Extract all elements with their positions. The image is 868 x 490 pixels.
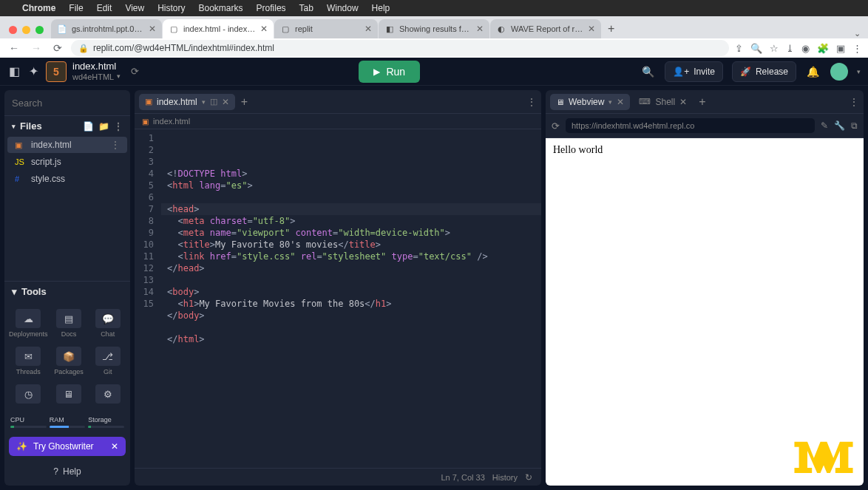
- ghostwriter-button[interactable]: ✨ Try Ghostwriter ✕: [9, 437, 126, 456]
- tool-item[interactable]: ☁Deployments: [7, 304, 50, 342]
- tab-close-icon[interactable]: ✕: [149, 24, 156, 34]
- window-close[interactable]: [9, 26, 17, 34]
- extensions-icon[interactable]: 🧩: [817, 43, 829, 54]
- tool-item[interactable]: ◷: [7, 380, 50, 410]
- menu-icon[interactable]: ⋮: [852, 43, 862, 54]
- nav-back[interactable]: ←: [6, 42, 22, 54]
- account-chevron[interactable]: ▾: [857, 68, 861, 75]
- file-item[interactable]: JSscript.js: [7, 154, 127, 170]
- open-external-icon[interactable]: ⧉: [851, 120, 858, 131]
- browser-tab[interactable]: ▢index.html - index.html - Replit✕: [163, 19, 274, 38]
- tool-item[interactable]: ✉Threads: [7, 342, 50, 380]
- code-line[interactable]: <!DOCTYPE html>: [167, 168, 535, 180]
- sync-icon[interactable]: ⟳: [131, 66, 139, 77]
- reload-icon[interactable]: ⟳: [552, 120, 560, 132]
- new-tab-button[interactable]: +: [602, 22, 620, 38]
- window-minimize[interactable]: [22, 26, 30, 34]
- menu-profiles[interactable]: Profiles: [257, 3, 286, 13]
- files-more-icon[interactable]: ⋮: [114, 121, 123, 132]
- search-input[interactable]: [12, 98, 123, 109]
- code-line[interactable]: </head>: [167, 262, 535, 274]
- tabs-menu-chevron[interactable]: ⌄: [854, 29, 868, 38]
- pane-more-icon[interactable]: ⋮: [849, 96, 859, 108]
- code-editor[interactable]: 123456789101112131415 <!DOCTYPE html><ht…: [135, 129, 541, 468]
- tab-close-icon[interactable]: ✕: [476, 24, 484, 34]
- zoom-icon[interactable]: 🔍: [750, 43, 762, 54]
- browser-tab[interactable]: 📄gs.introhtml.ppt.02.04b - Goo✕: [51, 19, 162, 38]
- add-tab-button[interactable]: +: [238, 95, 251, 109]
- webview-tab[interactable]: 🖥 Webview ▾ ✕: [550, 94, 630, 110]
- sidebar-toggle-icon[interactable]: ◧: [7, 65, 21, 78]
- window-maximize[interactable]: [35, 26, 44, 34]
- code-line[interactable]: <meta name="viewport" content="width=dev…: [167, 227, 535, 239]
- share-icon[interactable]: ⇪: [735, 43, 743, 54]
- profile-icon[interactable]: ◉: [801, 43, 810, 54]
- close-icon[interactable]: ✕: [679, 97, 687, 107]
- code-content[interactable]: <!DOCTYPE html><html lang="es"> <head> <…: [161, 129, 541, 468]
- invite-button[interactable]: 👤+ Invite: [665, 61, 723, 82]
- menubar-app[interactable]: Chrome: [22, 3, 55, 13]
- menu-bookmarks[interactable]: Bookmarks: [199, 3, 243, 13]
- close-icon[interactable]: ✕: [617, 97, 624, 107]
- search-box[interactable]: [4, 90, 130, 116]
- menu-window[interactable]: Window: [327, 3, 359, 13]
- editor-tab-active[interactable]: ▣ index.html ▾ ◫ ✕: [139, 94, 235, 110]
- browser-tab[interactable]: ▢replit✕: [274, 19, 378, 38]
- nav-reload[interactable]: ⟳: [50, 42, 65, 54]
- tool-item[interactable]: ⎇Git: [88, 342, 127, 380]
- files-header[interactable]: ▾ Files 📄 📁 ⋮: [4, 116, 130, 136]
- tool-item[interactable]: 💬Chat: [88, 304, 127, 342]
- tool-item[interactable]: 🖥: [50, 380, 89, 410]
- search-icon[interactable]: 🔍: [640, 66, 656, 78]
- download-icon[interactable]: ⤓: [786, 43, 794, 54]
- avatar[interactable]: [830, 63, 848, 81]
- tab-close-icon[interactable]: ✕: [260, 24, 268, 34]
- split-icon[interactable]: ◫: [210, 97, 217, 106]
- code-line[interactable]: <meta charset="utf-8">: [167, 215, 535, 227]
- browser-tab[interactable]: ◧Showing results for contents✕: [379, 19, 489, 38]
- star-icon[interactable]: ☆: [770, 43, 779, 54]
- url-field[interactable]: 🔒 replit.com/@wd4eHTML/indexhtml#index.h…: [71, 40, 729, 56]
- tools-header[interactable]: ▾ Tools: [4, 281, 130, 302]
- webview-url[interactable]: https://indexhtml.wd4ehtml.repl.co: [566, 118, 815, 133]
- history-button[interactable]: History: [492, 473, 518, 482]
- panel-icon[interactable]: ▣: [836, 43, 845, 54]
- file-item[interactable]: #style.css: [7, 171, 127, 187]
- code-line[interactable]: [167, 321, 535, 333]
- close-icon[interactable]: ✕: [111, 441, 118, 452]
- code-line[interactable]: [167, 191, 535, 203]
- menu-view[interactable]: View: [125, 3, 144, 13]
- code-line[interactable]: <h1>My Favorite Movies from the 80s</h1>: [167, 298, 535, 310]
- menu-tab[interactable]: Tab: [299, 3, 313, 13]
- history-icon[interactable]: ↻: [525, 472, 532, 483]
- file-item[interactable]: ▣index.html⋮: [7, 137, 127, 153]
- code-line[interactable]: <link href="style.css" rel="stylesheet" …: [167, 251, 535, 262]
- nav-forward[interactable]: →: [28, 42, 44, 54]
- tool-item[interactable]: ▤Docs: [50, 304, 89, 342]
- breadcrumb[interactable]: ▣ index.html: [135, 114, 541, 129]
- file-more-icon[interactable]: ⋮: [111, 140, 120, 150]
- menu-edit[interactable]: Edit: [97, 3, 112, 13]
- bell-icon[interactable]: 🔔: [805, 66, 821, 78]
- shell-tab[interactable]: ⌨ Shell ✕: [633, 94, 693, 110]
- help-button[interactable]: ? Help: [9, 462, 126, 481]
- close-icon[interactable]: ✕: [222, 97, 229, 107]
- webview-content[interactable]: Hello world: [546, 138, 864, 486]
- tool-item[interactable]: 📦Packages: [50, 342, 89, 380]
- code-line[interactable]: </body>: [167, 310, 535, 321]
- code-line[interactable]: <title>My Favorite 80's movies</title>: [167, 239, 535, 251]
- browser-tab[interactable]: ◐WAVE Report of replit✕: [490, 19, 601, 38]
- menu-file[interactable]: File: [69, 3, 83, 13]
- chevron-down-icon[interactable]: ▾: [202, 98, 206, 106]
- tool-item[interactable]: ⚙: [88, 380, 127, 410]
- run-button[interactable]: ▶ Run: [359, 61, 420, 83]
- menu-history[interactable]: History: [157, 3, 185, 13]
- chevron-down-icon[interactable]: ▾: [608, 98, 612, 106]
- wrench-icon[interactable]: 🔧: [834, 120, 845, 131]
- replit-logo-icon[interactable]: ✦: [27, 65, 40, 78]
- project-title[interactable]: index.html wd4eHTML ▾: [72, 61, 121, 81]
- new-folder-icon[interactable]: 📁: [98, 121, 109, 132]
- edit-icon[interactable]: ✎: [821, 120, 828, 131]
- code-line[interactable]: <body>: [167, 286, 535, 298]
- code-line[interactable]: <html lang="es">: [167, 180, 535, 191]
